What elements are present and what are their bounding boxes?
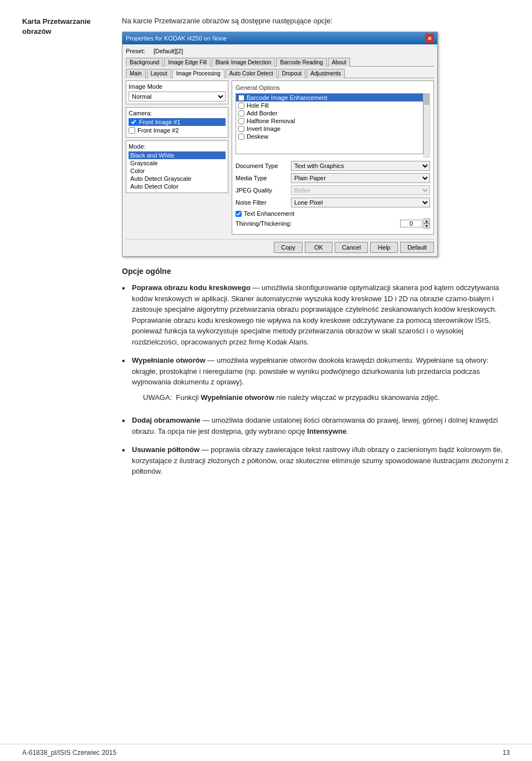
image-mode-label: Image Mode <box>129 83 226 90</box>
tab-barcode-reading[interactable]: Barcode Reading <box>276 58 326 67</box>
tab-blank-image-detection[interactable]: Blank Image Detection <box>212 58 275 67</box>
tab-main[interactable]: Main <box>126 69 146 78</box>
tab-dropout[interactable]: Dropout <box>278 69 306 78</box>
media-type-select[interactable]: Plain Paper <box>291 173 430 183</box>
preset-label: Preset: <box>126 48 154 54</box>
tab-auto-color-detect[interactable]: Auto Color Detect <box>226 69 277 78</box>
thinning-row: Thinning/Thickening: ▲ ▼ <box>236 219 430 229</box>
noise-filter-label: Noise Filter <box>236 199 291 206</box>
option-add-border-checkbox[interactable] <box>238 110 244 116</box>
tab-about[interactable]: About <box>328 58 350 67</box>
noise-filter-select[interactable]: Lone Pixel <box>291 197 430 207</box>
tabs-row-1: Background Image Edge Fill Blank Image D… <box>126 58 434 67</box>
option-add-border[interactable]: Add Border <box>236 109 423 117</box>
bullet-bold-4: Usuwanie półtonów <box>132 445 200 454</box>
option-deskew[interactable]: Deskew <box>236 133 423 140</box>
jpeg-quality-label: JPEG Quality <box>236 187 291 194</box>
bullet-item-4: • Usuwanie półtonów — poprawia obrazy za… <box>122 444 510 477</box>
option-invert-checkbox[interactable] <box>238 126 244 132</box>
bullet-bold-3: Dodaj obramowanie <box>132 416 201 424</box>
tab-image-processing[interactable]: Image Processing <box>172 69 224 78</box>
mode-section: Mode: Black and White Grayscale Color Au… <box>126 140 228 193</box>
option-barcode-checkbox[interactable] <box>238 95 244 101</box>
default-button[interactable]: Default <box>400 242 434 253</box>
tab-layout[interactable]: Layout <box>147 69 171 78</box>
bullet-dot-1: • <box>122 282 132 347</box>
camera-item-front2[interactable]: Front Image #2 <box>129 127 226 134</box>
mode-list: Black and White Grayscale Color Auto Det… <box>129 151 226 190</box>
option-hole-fill[interactable]: Hole Fill <box>236 102 423 109</box>
option-invert[interactable]: Invert Image <box>236 125 423 133</box>
dialog-body: Preset: [Default][2] Background Image Ed… <box>122 44 437 256</box>
option-halftone[interactable]: Halftone Removal <box>236 117 423 125</box>
option-hole-fill-checkbox[interactable] <box>238 103 244 109</box>
text-enhancement-checkbox[interactable] <box>236 211 242 217</box>
thinning-input[interactable] <box>400 220 422 227</box>
bullet-bold-3b: Intensywne <box>307 427 346 435</box>
mode-item-bw[interactable]: Black and White <box>129 151 226 159</box>
bullet-item-1: • Poprawa obrazu kodu kreskowego — umożl… <box>122 282 510 347</box>
bullet-text-4: Usuwanie półtonów — poprawia obrazy zawi… <box>132 444 510 477</box>
camera-checkbox-front2[interactable] <box>129 127 135 134</box>
help-button[interactable]: Help <box>370 242 398 253</box>
jpeg-quality-row: JPEG Quality Better <box>236 185 430 195</box>
left-column: Karta Przetwarzanie obrazów <box>22 17 122 733</box>
tab-background[interactable]: Background <box>126 58 163 67</box>
dialog-right-panel: General Options Barcode Image Enhancemen… <box>232 80 434 235</box>
scrollbar-thumb <box>424 94 429 105</box>
camera-label: Camera: <box>129 110 226 116</box>
mode-item-auto-color[interactable]: Auto Detect Color <box>129 182 226 190</box>
tab-content-area: General Options Barcode Image Enhancemen… <box>232 80 434 235</box>
option-deskew-checkbox[interactable] <box>238 134 244 140</box>
dialog-buttons-row: Copy OK Cancel Help Default <box>126 239 434 253</box>
tab-image-edge-fill[interactable]: Image Edge Fill <box>164 58 210 67</box>
options-list: Barcode Image Enhancement Hole Fill <box>236 93 423 154</box>
option-add-border-label: Add Border <box>247 110 278 116</box>
right-column: Na karcie Przetwarzanie obrazów są dostę… <box>122 17 510 733</box>
noise-filter-row: Noise Filter Lone Pixel <box>236 197 430 207</box>
mode-item-color[interactable]: Color <box>129 167 226 175</box>
cancel-button[interactable]: Cancel <box>335 242 368 253</box>
dialog-main-area: Image Mode Normal Camera: Front <box>126 80 434 235</box>
jpeg-quality-select[interactable]: Better <box>291 185 430 195</box>
mode-label: Mode: <box>129 143 226 150</box>
dialog-window: Properties for KODAK i4250 on None ✕ Pre… <box>122 32 438 257</box>
option-barcode[interactable]: Barcode Image Enhancement <box>236 94 423 102</box>
camera-checkbox-front1[interactable] <box>130 119 137 125</box>
bullet-dot-3: • <box>122 415 132 437</box>
bullet-text-1: Poprawa obrazu kodu kreskowego — umożliw… <box>132 282 510 347</box>
dialog-close-button[interactable]: ✕ <box>425 34 434 43</box>
thinning-decrement-btn[interactable]: ▼ <box>423 224 430 229</box>
bullet-text-3: Dodaj obramowanie — umożliwia dodanie us… <box>132 415 510 437</box>
thinning-increment-btn[interactable]: ▲ <box>423 219 430 224</box>
mode-item-grayscale[interactable]: Grayscale <box>129 159 226 167</box>
ok-button[interactable]: OK <box>305 242 332 253</box>
option-halftone-label: Halftone Removal <box>247 118 295 124</box>
tab-adjustments[interactable]: Adjustments <box>306 69 345 78</box>
camera-label-front2: Front Image #2 <box>137 127 179 134</box>
media-type-row: Media Type Plain Paper <box>236 173 430 183</box>
intro-text: Na karcie Przetwarzanie obrazów są dostę… <box>122 17 510 25</box>
options-scrollbar[interactable] <box>423 93 430 158</box>
camera-item-front1[interactable]: Front Image #1 <box>129 118 226 126</box>
bullet-text-2: Wypełnianie otworów — umożliwia wypełnia… <box>132 355 510 407</box>
option-barcode-label: Barcode Image Enhancement <box>247 94 328 101</box>
image-mode-select[interactable]: Normal <box>129 92 226 102</box>
preset-value: [Default][2] <box>154 48 183 54</box>
option-halftone-checkbox[interactable] <box>238 118 244 124</box>
camera-section: Camera: Front Image #1 Front Image #2 <box>126 107 228 138</box>
general-options-title: General Options <box>236 84 430 91</box>
image-mode-section: Image Mode Normal <box>126 80 228 104</box>
text-enhancement-label: Text Enhancement <box>244 210 294 217</box>
bullet-bold-1: Poprawa obrazu kodu kreskowego <box>132 283 250 292</box>
media-type-label: Media Type <box>236 175 291 181</box>
dialog-title: Properties for KODAK i4250 on None <box>126 35 227 42</box>
mode-item-auto-grayscale[interactable]: Auto Detect Grayscale <box>129 175 226 182</box>
document-type-select[interactable]: Text with Graphics <box>291 161 430 171</box>
preset-row: Preset: [Default][2] <box>126 48 434 54</box>
copy-button[interactable]: Copy <box>274 242 303 253</box>
footer-right: 13 <box>503 749 510 757</box>
note-bold: Wypełnianie otworów <box>201 393 274 402</box>
bullet-item-2: • Wypełnianie otworów — umożliwia wypełn… <box>122 355 510 407</box>
tabs-row-2: Main Layout Image Processing Auto Color … <box>126 69 434 78</box>
